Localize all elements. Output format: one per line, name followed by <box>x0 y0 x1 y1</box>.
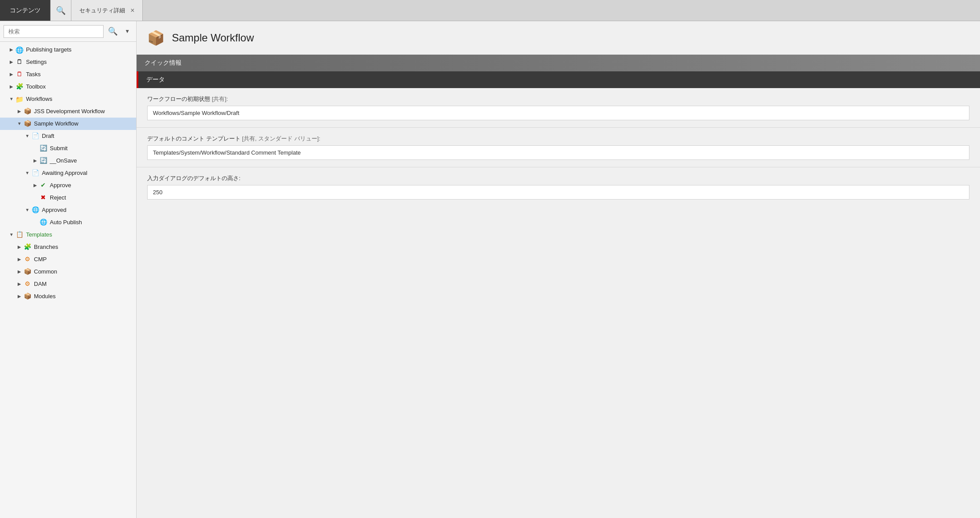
tree-item-common[interactable]: ▶ 📦 Common <box>0 266 136 278</box>
field-label-dialog-height: 入力ダイアログのデフォルトの高さ: <box>147 174 969 182</box>
tree-icon-publishing-targets: 🌐 <box>15 45 24 54</box>
tree-item-draft[interactable]: ▼ 📄 Draft <box>0 130 136 142</box>
tree-item-publishing-targets[interactable]: ▶ 🌐 Publishing targets <box>0 44 136 56</box>
tree-icon-common: 📦 <box>23 267 32 276</box>
field-group-initial-state: ワークフローの初期状態 [共有]: Workflows/Sample Workf… <box>137 88 980 127</box>
tree-item-tasks[interactable]: ▶ 🗒 Tasks <box>0 68 136 81</box>
tree-item-reject[interactable]: ✖ Reject <box>0 192 136 204</box>
tree-icon-onsave: 🔄 <box>39 156 48 165</box>
tree-label-settings: Settings <box>26 58 47 66</box>
content-header: 📦 Sample Workflow <box>137 21 980 55</box>
tree-item-branches[interactable]: ▶ 🧩 Branches <box>0 241 136 253</box>
tree-toggle-templates[interactable]: ▼ <box>8 232 15 238</box>
tree-icon-toolbox: 🧩 <box>15 82 24 91</box>
tree-label-workflows: Workflows <box>26 95 52 103</box>
tree-toggle-awaiting-approval[interactable]: ▼ <box>24 170 31 176</box>
search-input[interactable] <box>4 25 104 38</box>
tree-item-dam[interactable]: ▶ ⚙ DAM <box>0 278 136 290</box>
field-shared-comment-template: [共有, スタンダード バリュー]: <box>242 135 320 142</box>
tree-icon-modules: 📦 <box>23 292 32 301</box>
tree-toggle-tasks[interactable]: ▶ <box>8 71 15 78</box>
tree-item-workflows[interactable]: ▼ 📁 Workflows <box>0 93 136 105</box>
field-shared-initial-state: [共有]: <box>212 96 228 102</box>
tree-label-approve: Approve <box>50 181 71 189</box>
page-title: Sample Workflow <box>172 32 254 44</box>
field-label-comment-template: デフォルトのコメント テンプレート [共有, スタンダード バリュー]: <box>147 135 969 143</box>
tree-label-reject: Reject <box>50 194 66 202</box>
field-value-initial-state: Workflows/Sample Workflow/Draft <box>147 106 969 120</box>
tree-item-templates[interactable]: ▼ 📋 Templates <box>0 229 136 241</box>
tab-contents[interactable]: コンテンツ <box>0 0 50 21</box>
tree-item-auto-publish[interactable]: 🌐 Auto Publish <box>0 216 136 229</box>
tree-icon-approve: ✔ <box>39 181 48 190</box>
tree-item-approved[interactable]: ▼ 🌐 Approved <box>0 204 136 216</box>
tree-item-approve[interactable]: ▶ ✔ Approve <box>0 179 136 192</box>
tree-icon-approved: 🌐 <box>31 206 40 215</box>
tree-icon-cmp: ⚙ <box>23 255 32 264</box>
tree-toggle-draft[interactable]: ▼ <box>24 133 31 139</box>
tree-item-awaiting-approval[interactable]: ▼ 📄 Awaiting Approval <box>0 167 136 179</box>
tree-label-cmp: CMP <box>34 255 47 263</box>
tree-label-draft: Draft <box>42 132 54 140</box>
tree-toggle-workflows[interactable]: ▼ <box>8 96 15 102</box>
tree-icon-templates: 📋 <box>15 230 24 239</box>
tree-icon-submit: 🔄 <box>39 144 48 153</box>
tree-toggle-sample-workflow[interactable]: ▼ <box>16 121 23 127</box>
tree-item-submit[interactable]: 🔄 Submit <box>0 142 136 155</box>
tree-item-settings[interactable]: ▶ 🗒 Settings <box>0 56 136 68</box>
tree-toggle-jss-dev-workflow[interactable]: ▶ <box>16 108 23 115</box>
tree-label-toolbox: Toolbox <box>26 83 46 91</box>
tree-toggle-dam[interactable]: ▶ <box>16 281 23 287</box>
tree-toggle-toolbox[interactable]: ▶ <box>8 84 15 90</box>
search-bar: 🔍 ▼ <box>0 21 136 42</box>
tab-security-detail[interactable]: セキュリティ詳細 × <box>71 0 143 21</box>
tree-toggle-settings[interactable]: ▶ <box>8 59 15 65</box>
field-label-text-comment-template: デフォルトのコメント テンプレート <box>147 135 241 142</box>
tree-icon-draft: 📄 <box>31 132 40 141</box>
tree-toggle-onsave[interactable]: ▶ <box>32 158 39 164</box>
tree-icon-settings: 🗒 <box>15 58 24 67</box>
tree-toggle-branches[interactable]: ▶ <box>16 244 23 250</box>
tree-label-publishing-targets: Publishing targets <box>26 46 71 54</box>
tree-label-awaiting-approval: Awaiting Approval <box>42 169 87 177</box>
tree-item-sample-workflow[interactable]: ▼ 📦 Sample Workflow <box>0 118 136 130</box>
tree-label-jss-dev-workflow: JSS Development Workflow <box>34 107 105 115</box>
tab-close-icon[interactable]: × <box>130 7 134 15</box>
field-label-initial-state: ワークフローの初期状態 [共有]: <box>147 95 969 103</box>
tree-toggle-approve[interactable]: ▶ <box>32 182 39 189</box>
tree-toggle-modules[interactable]: ▶ <box>16 293 23 300</box>
tree-item-modules[interactable]: ▶ 📦 Modules <box>0 290 136 303</box>
search-button[interactable]: 🔍 <box>105 25 120 38</box>
tree-icon-dam: ⚙ <box>23 280 32 289</box>
data-section-header: データ <box>137 71 980 88</box>
tree-label-submit: Submit <box>50 144 67 152</box>
field-label-text-dialog-height: 入力ダイアログのデフォルトの高さ: <box>147 175 241 181</box>
tree-item-onsave[interactable]: ▶ 🔄 __OnSave <box>0 155 136 167</box>
tab-bar: コンテンツ 🔍 セキュリティ詳細 × <box>0 0 980 21</box>
tree-label-auto-publish: Auto Publish <box>50 218 82 226</box>
tree-item-cmp[interactable]: ▶ ⚙ CMP <box>0 253 136 266</box>
tree-label-tasks: Tasks <box>26 70 41 78</box>
tree-icon-tasks: 🗒 <box>15 70 24 79</box>
tree-toggle-common[interactable]: ▶ <box>16 269 23 275</box>
tree-item-jss-dev-workflow[interactable]: ▶ 📦 JSS Development Workflow <box>0 105 136 118</box>
field-value-dialog-height: 250 <box>147 185 969 200</box>
tree-container: ▶ 🌐 Publishing targets ▶ 🗒 Settings ▶ 🗒 … <box>0 42 136 518</box>
tree-toggle-cmp[interactable]: ▶ <box>16 256 23 263</box>
tree-icon-auto-publish: 🌐 <box>39 218 48 227</box>
main-layout: 🔍 ▼ ▶ 🌐 Publishing targets ▶ 🗒 Settings <box>0 21 980 518</box>
data-section-label: データ <box>146 76 165 83</box>
content-area: 📦 Sample Workflow クイック情報 データ ワークフローの初期状態… <box>137 21 980 518</box>
tree-toggle-publishing-targets[interactable]: ▶ <box>8 47 15 53</box>
tree-label-branches: Branches <box>34 243 58 251</box>
tab-search-button[interactable]: 🔍 <box>50 0 71 21</box>
tree-toggle-approved[interactable]: ▼ <box>24 207 31 213</box>
tree-label-modules: Modules <box>34 292 56 300</box>
content-icon: 📦 <box>147 29 165 47</box>
quick-info-label: クイック情報 <box>145 59 182 66</box>
tree-label-templates: Templates <box>26 231 52 239</box>
dropdown-button[interactable]: ▼ <box>122 26 133 36</box>
tree-item-toolbox[interactable]: ▶ 🧩 Toolbox <box>0 81 136 93</box>
tab-security-label: セキュリティ詳細 <box>79 7 125 15</box>
field-group-comment-template: デフォルトのコメント テンプレート [共有, スタンダード バリュー]: Tem… <box>137 128 980 167</box>
